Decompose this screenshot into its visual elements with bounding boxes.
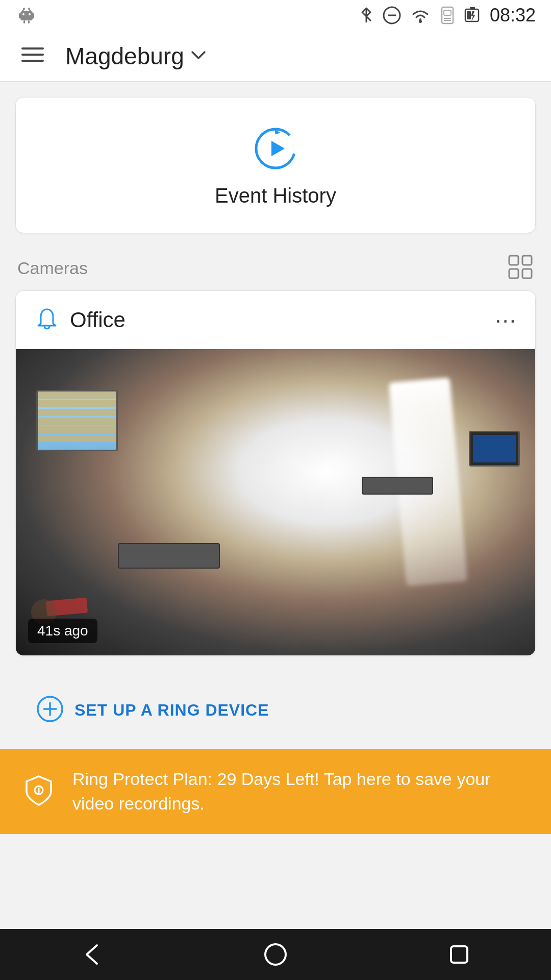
top-nav: Magdeburg (0, 31, 551, 82)
protect-banner-text: Ring Protect Plan: 29 Days Left! Tap her… (72, 767, 531, 816)
svg-rect-6 (28, 20, 30, 23)
svg-rect-19 (470, 7, 475, 10)
camera-title-group: Office (34, 306, 126, 334)
battery-icon (464, 6, 481, 24)
camera-name: Office (70, 308, 126, 332)
event-history-icon (250, 123, 301, 174)
setup-ring-button[interactable]: SET UP A RING DEVICE (15, 676, 536, 744)
shield-icon (20, 772, 57, 811)
svg-rect-4 (33, 13, 34, 18)
svg-rect-2 (29, 13, 31, 15)
protect-plan-banner[interactable]: Ring Protect Plan: 29 Days Left! Tap her… (0, 749, 551, 834)
status-time: 08:32 (490, 5, 536, 26)
svg-rect-37 (451, 946, 467, 963)
camera-card[interactable]: Office ··· (15, 290, 536, 656)
svg-rect-26 (509, 256, 518, 265)
sim-icon (440, 6, 455, 24)
wifi-icon (410, 7, 431, 23)
svg-marker-25 (271, 141, 285, 156)
bluetooth-icon (359, 6, 373, 24)
cameras-header: Cameras (15, 254, 536, 282)
main-content: Event History Cameras Office (0, 82, 551, 744)
status-bar: 08:32 (0, 0, 551, 31)
svg-rect-15 (444, 10, 451, 15)
svg-point-35 (38, 793, 40, 795)
plus-circle-icon (36, 695, 64, 725)
svg-rect-3 (19, 13, 20, 18)
android-icon (15, 4, 38, 27)
camera-card-header: Office ··· (16, 291, 535, 349)
home-button[interactable] (255, 934, 296, 975)
location-title[interactable]: Magdeburg (65, 42, 184, 70)
svg-point-36 (265, 944, 286, 965)
svg-point-10 (28, 8, 30, 10)
camera-image-container[interactable]: 41s ago (16, 349, 535, 655)
bottom-nav-bar (0, 929, 551, 980)
minus-circle-icon (383, 6, 401, 24)
chevron-down-icon[interactable] (190, 50, 207, 62)
camera-fisheye-view (16, 349, 535, 655)
svg-rect-27 (522, 256, 532, 265)
setup-ring-label: SET UP A RING DEVICE (74, 701, 269, 720)
hamburger-menu-icon[interactable] (20, 45, 45, 67)
svg-point-13 (419, 20, 422, 23)
camera-timestamp: 41s ago (28, 619, 97, 643)
event-history-label: Event History (215, 184, 336, 207)
svg-rect-0 (20, 11, 33, 20)
back-button[interactable] (71, 934, 112, 975)
cameras-section-label: Cameras (17, 258, 88, 278)
svg-rect-29 (522, 269, 532, 278)
status-bar-right: 08:32 (359, 5, 536, 26)
bell-icon (34, 306, 60, 334)
svg-point-9 (23, 8, 25, 10)
svg-rect-28 (509, 269, 518, 278)
status-bar-left (15, 4, 38, 27)
grid-view-icon[interactable] (507, 254, 534, 282)
event-history-card[interactable]: Event History (15, 97, 536, 233)
svg-rect-20 (467, 11, 471, 19)
more-options-icon[interactable]: ··· (495, 307, 517, 333)
svg-rect-5 (23, 20, 25, 23)
svg-rect-1 (22, 13, 24, 15)
recents-button[interactable] (439, 934, 480, 975)
